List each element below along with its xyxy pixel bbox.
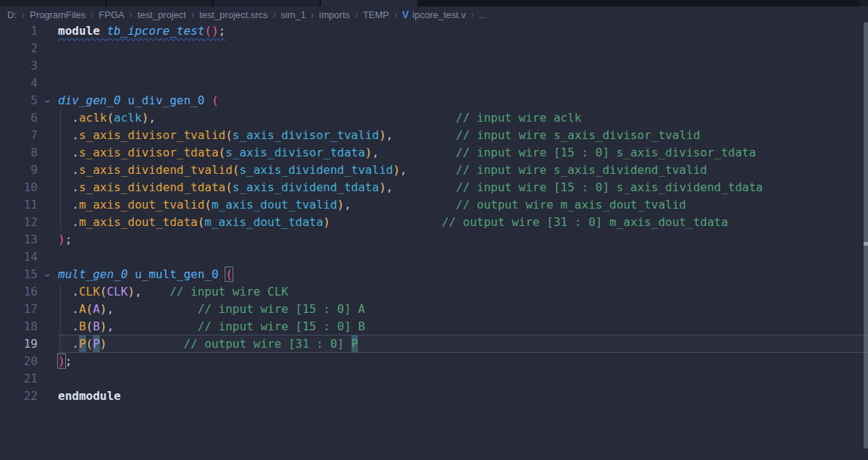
fold-gutter (38, 22, 58, 40)
breadcrumb-item-temp[interactable]: TEMP (363, 9, 389, 20)
breadcrumb-item-imports[interactable]: imports (319, 9, 350, 20)
breadcrumb-separator-icon: › (91, 9, 93, 20)
code-text: .B(B), // input wire [15 : 0] B (58, 318, 365, 335)
fold-gutter (38, 353, 58, 370)
code-line-20[interactable]: 20); (0, 353, 868, 370)
fold-gutter (38, 127, 58, 144)
breadcrumb-separator-icon: › (394, 9, 397, 20)
breadcrumb-separator-icon: › (273, 9, 276, 20)
fold-gutter (38, 370, 58, 388)
fold-gutter (38, 162, 58, 179)
code-text: .aclk(aclk), // input wire aclk (58, 109, 582, 127)
code-line-10[interactable]: 10 .s_axis_dividend_tdata(s_axis_dividen… (0, 179, 868, 196)
fold-gutter (38, 301, 58, 318)
line-number[interactable]: 19 (0, 335, 38, 353)
code-text: .m_axis_dout_tvalid(m_axis_dout_tvalid),… (58, 196, 686, 214)
line-number[interactable]: 16 (0, 283, 38, 301)
line-number[interactable]: 18 (0, 318, 38, 335)
fold-gutter (38, 231, 58, 248)
fold-gutter (38, 388, 58, 405)
breadcrumb-item-ipcoretestv[interactable]: ipcore_test.v (412, 9, 466, 20)
code-line-19[interactable]: 19 .P(P) // output wire [31 : 0] P (0, 335, 868, 353)
fold-gutter (38, 109, 58, 127)
breadcrumb-separator-icon: › (191, 9, 194, 20)
breadcrumb-item-fpga[interactable]: FPGA (99, 9, 124, 20)
line-number[interactable]: 17 (0, 301, 38, 318)
line-number[interactable]: 10 (0, 179, 38, 196)
line-number[interactable]: 7 (0, 127, 38, 144)
fold-gutter (38, 40, 58, 57)
code-line-17[interactable]: 17 .A(A), // input wire [15 : 0] A (0, 301, 868, 318)
verilog-file-icon: V (402, 9, 409, 20)
code-line-1[interactable]: 1module tb_ipcore_test(); (0, 22, 868, 40)
line-number[interactable]: 1 (0, 22, 38, 40)
line-number[interactable]: 5 (0, 92, 38, 109)
scrollbar-thumb[interactable] (864, 22, 868, 448)
breadcrumb-separator-icon: › (471, 9, 474, 20)
tab-bar-filler (417, 0, 859, 7)
code-line-4[interactable]: 4 (0, 75, 868, 92)
line-number[interactable]: 21 (0, 370, 38, 388)
code-line-14[interactable]: 14 (0, 248, 868, 266)
tab-active[interactable] (321, 0, 417, 7)
code-text: ); (58, 231, 72, 248)
fold-gutter (38, 318, 58, 335)
code-line-3[interactable]: 3 (0, 57, 868, 75)
code-text: .s_axis_dividend_tdata(s_axis_dividend_t… (58, 179, 763, 196)
fold-gutter (38, 75, 58, 92)
breadcrumb-item-more[interactable]: ... (479, 9, 487, 20)
line-number[interactable]: 14 (0, 248, 38, 266)
line-number[interactable]: 9 (0, 162, 38, 179)
tab-inactive-2[interactable] (107, 0, 214, 7)
fold-gutter (38, 57, 58, 75)
breadcrumb-separator-icon: › (130, 9, 133, 20)
breadcrumb-item-testprojectsrcs[interactable]: test_project.srcs (199, 9, 268, 20)
line-number[interactable]: 4 (0, 75, 38, 92)
tab-bar-corner (859, 0, 868, 7)
breadcrumb-item-d[interactable]: D: (7, 9, 17, 20)
code-text: module tb_ipcore_test(); (58, 22, 225, 40)
code-text: .A(A), // input wire [15 : 0] A (58, 301, 365, 318)
code-line-16[interactable]: 16 .CLK(CLK), // input wire CLK (0, 283, 868, 301)
line-number[interactable]: 2 (0, 40, 38, 57)
code-line-2[interactable]: 2 (0, 40, 868, 57)
code-text: .s_axis_dividend_tvalid(s_axis_dividend_… (58, 162, 707, 179)
fold-gutter (38, 248, 58, 266)
code-line-15[interactable]: 15›mult_gen_0 u_mult_gen_0 ( (0, 266, 868, 283)
code-lines: 1module tb_ipcore_test();2345›div_gen_0 … (0, 22, 868, 405)
code-line-22[interactable]: 22endmodule (0, 388, 868, 405)
code-line-13[interactable]: 13); (0, 231, 868, 248)
line-number[interactable]: 11 (0, 196, 38, 214)
tab-inactive-3[interactable] (214, 0, 321, 7)
line-number[interactable]: 3 (0, 57, 38, 75)
code-line-18[interactable]: 18 .B(B), // input wire [15 : 0] B (0, 318, 868, 335)
code-text: .CLK(CLK), // input wire CLK (58, 283, 288, 301)
code-line-5[interactable]: 5›div_gen_0 u_div_gen_0 ( (0, 92, 868, 109)
code-line-11[interactable]: 11 .m_axis_dout_tvalid(m_axis_dout_tvali… (0, 196, 868, 214)
line-number[interactable]: 15 (0, 266, 38, 283)
code-line-12[interactable]: 12 .m_axis_dout_tdata(m_axis_dout_tdata)… (0, 214, 868, 231)
fold-gutter (38, 335, 58, 353)
line-number[interactable]: 6 (0, 109, 38, 127)
fold-chevron-icon[interactable]: › (38, 266, 58, 283)
fold-chevron-icon[interactable]: › (38, 92, 58, 109)
line-number[interactable]: 12 (0, 214, 38, 231)
tab-inactive-1[interactable] (0, 0, 107, 7)
line-number[interactable]: 20 (0, 353, 38, 370)
code-text: mult_gen_0 u_mult_gen_0 ( (58, 266, 233, 283)
code-line-21[interactable]: 21 (0, 370, 868, 388)
tab-bar (0, 0, 868, 7)
line-number[interactable]: 22 (0, 388, 38, 405)
code-editor[interactable]: 1module tb_ipcore_test();2345›div_gen_0 … (0, 22, 868, 460)
breadcrumb-item-programfiles[interactable]: ProgramFiles (30, 9, 85, 20)
line-number[interactable]: 8 (0, 144, 38, 162)
line-number[interactable]: 13 (0, 231, 38, 248)
code-line-9[interactable]: 9 .s_axis_dividend_tvalid(s_axis_dividen… (0, 162, 868, 179)
code-text: .m_axis_dout_tdata(m_axis_dout_tdata) //… (58, 214, 728, 231)
breadcrumb: D:›ProgramFiles›FPGA›test_project›test_p… (0, 7, 868, 22)
code-line-7[interactable]: 7 .s_axis_divisor_tvalid(s_axis_divisor_… (0, 127, 868, 144)
code-line-8[interactable]: 8 .s_axis_divisor_tdata(s_axis_divisor_t… (0, 144, 868, 162)
breadcrumb-item-sim1[interactable]: sim_1 (281, 9, 306, 20)
code-line-6[interactable]: 6 .aclk(aclk), // input wire aclk (0, 109, 868, 127)
breadcrumb-item-testproject[interactable]: test_project (138, 9, 186, 20)
